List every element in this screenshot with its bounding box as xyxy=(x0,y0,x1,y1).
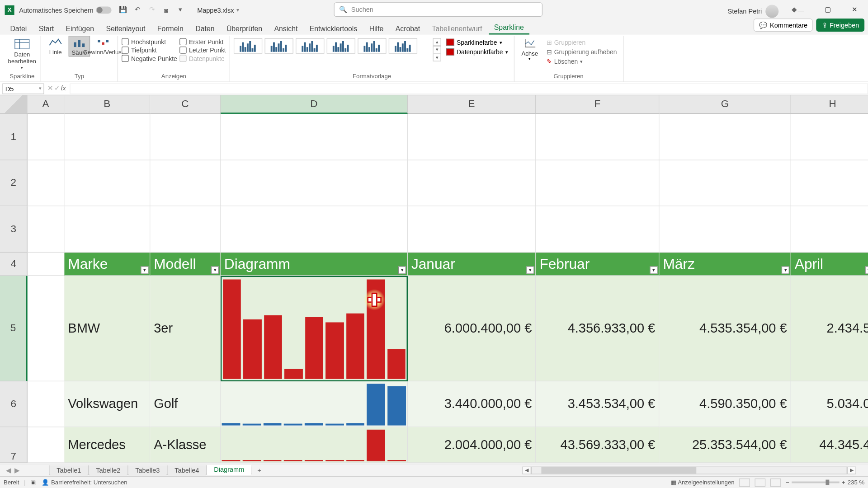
filter-button[interactable]: ▾ xyxy=(398,266,406,274)
cell[interactable]: 5.034.0 xyxy=(791,381,868,427)
cell[interactable] xyxy=(28,276,65,381)
tab-formeln[interactable]: Formeln xyxy=(152,23,189,34)
cell[interactable]: 43.569.333,00 € xyxy=(536,427,660,463)
cell[interactable]: Februar▾ xyxy=(536,253,660,276)
cell[interactable] xyxy=(536,160,660,206)
cell[interactable]: Volkswagen xyxy=(64,381,150,427)
accessibility-label[interactable]: Barrierefreiheit: Untersuchen xyxy=(51,479,127,486)
style-thumb[interactable] xyxy=(389,38,417,53)
cell[interactable] xyxy=(150,206,221,253)
cell[interactable]: 4.356.933,00 € xyxy=(536,276,660,381)
filter-button[interactable]: ▾ xyxy=(526,266,534,274)
filter-button[interactable]: ▾ xyxy=(211,266,219,274)
cell[interactable]: Marke▾ xyxy=(64,253,150,276)
cell[interactable]: BMW xyxy=(64,276,150,381)
chk-erster[interactable]: Erster Punkt xyxy=(179,38,226,45)
cell[interactable] xyxy=(150,160,221,206)
column-header[interactable]: F xyxy=(536,95,660,114)
tab-acrobat[interactable]: Acrobat xyxy=(390,23,425,34)
axis-button[interactable]: Achse▾ xyxy=(518,36,542,61)
cell[interactable]: 3er xyxy=(150,276,221,381)
gallery-more[interactable]: ▾ xyxy=(433,54,441,61)
cell[interactable] xyxy=(221,381,408,427)
filter-button[interactable]: ▾ xyxy=(650,266,657,274)
cell[interactable] xyxy=(536,114,660,160)
view-normal-button[interactable] xyxy=(739,478,750,486)
cell[interactable] xyxy=(659,114,791,160)
cancel-icon[interactable]: ✕ xyxy=(47,84,53,92)
filter-button[interactable]: ▾ xyxy=(141,266,148,274)
column-header[interactable]: G xyxy=(659,95,791,114)
chk-letzter[interactable]: Letzter Punkt xyxy=(179,47,226,54)
tab-ueberpruefen[interactable]: Überprüfen xyxy=(221,23,268,34)
user-account[interactable]: Stefan Petri xyxy=(727,5,778,18)
tab-ansicht[interactable]: Ansicht xyxy=(269,23,303,34)
chk-tiefpunkt[interactable]: Tiefpunkt xyxy=(122,47,177,54)
cell[interactable] xyxy=(408,160,536,206)
zoom-in-button[interactable]: + xyxy=(842,479,845,486)
cell[interactable]: 6.000.400,00 € xyxy=(408,276,536,381)
tab-datei[interactable]: Datei xyxy=(5,23,33,34)
cell[interactable]: Diagramm▾ xyxy=(221,253,408,276)
search-box[interactable]: 🔍 Suchen xyxy=(334,2,542,17)
cell[interactable] xyxy=(28,114,65,160)
row-header[interactable]: 2 xyxy=(0,160,28,206)
cell[interactable] xyxy=(536,206,660,253)
zoom-out-button[interactable]: − xyxy=(786,479,789,486)
cell[interactable]: 3.440.000,00 € xyxy=(408,381,536,427)
enter-icon[interactable]: ✓ xyxy=(54,84,60,92)
cell[interactable]: 4.535.354,00 € xyxy=(659,276,791,381)
tab-start[interactable]: Start xyxy=(33,23,59,34)
share-button[interactable]: ⇪Freigeben xyxy=(816,19,864,32)
row-header[interactable]: 7 xyxy=(0,427,28,463)
cell[interactable]: Modell▾ xyxy=(150,253,221,276)
cell[interactable]: 4.590.350,00 € xyxy=(659,381,791,427)
cell[interactable]: 2.434.5 xyxy=(791,276,868,381)
type-winloss-button[interactable]: Gewinn/Verlust xyxy=(92,36,113,56)
undo-icon[interactable]: ↶ xyxy=(133,5,142,14)
accessibility-icon[interactable]: 👤 xyxy=(42,479,49,486)
ungroup-button[interactable]: ⊟Gruppierung aufheben xyxy=(544,47,619,56)
save-icon[interactable]: 💾 xyxy=(118,5,128,14)
sheet-prev-icon[interactable]: ◀ xyxy=(6,466,11,474)
cell[interactable] xyxy=(659,206,791,253)
cell[interactable] xyxy=(791,160,868,206)
formula-input[interactable] xyxy=(70,83,868,94)
sheet-tab[interactable]: Tabelle2 xyxy=(88,465,128,475)
chk-hoechstpunkt[interactable]: Höchstpunkt xyxy=(122,38,177,45)
cell[interactable]: Mercedes xyxy=(64,427,150,463)
spreadsheet-grid[interactable]: ABCDEFGH 1234567 Marke▾Modell▾Diagramm▾J… xyxy=(0,95,868,464)
cell[interactable] xyxy=(659,160,791,206)
tab-daten[interactable]: Daten xyxy=(190,23,220,34)
horizontal-scrollbar[interactable]: ◀ ▶ xyxy=(522,466,856,475)
cell[interactable]: 2.004.000,00 € xyxy=(408,427,536,463)
view-break-button[interactable] xyxy=(770,478,781,486)
cell[interactable]: 25.353.544,00 € xyxy=(659,427,791,463)
cell[interactable]: Golf xyxy=(150,381,221,427)
add-sheet-button[interactable]: + xyxy=(251,465,267,475)
cell[interactable]: A-Klasse xyxy=(150,427,221,463)
tab-seitenlayout[interactable]: Seitenlayout xyxy=(101,23,151,34)
display-settings[interactable]: ▦ Anzeigeeinstellungen xyxy=(671,479,734,486)
style-thumb[interactable] xyxy=(358,38,386,53)
cell[interactable] xyxy=(791,206,868,253)
macro-icon[interactable]: ▣ xyxy=(30,479,36,486)
style-thumb[interactable] xyxy=(296,38,324,53)
column-header[interactable]: C xyxy=(150,95,221,114)
cell[interactable]: März▾ xyxy=(659,253,791,276)
style-thumb[interactable] xyxy=(327,38,355,53)
tab-sparkline[interactable]: Sparkline xyxy=(489,21,529,34)
cell[interactable]: 3.453.534,00 € xyxy=(536,381,660,427)
comments-button[interactable]: 💬Kommentare xyxy=(754,19,813,32)
minimize-button[interactable]: — xyxy=(788,0,814,20)
camera-icon[interactable]: ◙ xyxy=(161,5,171,14)
type-line-button[interactable]: Linie xyxy=(45,36,66,56)
edit-data-button[interactable]: Daten bearbeiten▾ xyxy=(7,36,37,70)
sheet-tab[interactable]: Tabelle1 xyxy=(49,465,89,475)
cell[interactable] xyxy=(64,206,150,253)
style-thumb[interactable] xyxy=(264,38,293,53)
sheet-tab[interactable]: Tabelle4 xyxy=(167,465,207,475)
cell[interactable] xyxy=(28,427,65,463)
cell[interactable]: April▾ xyxy=(791,253,868,276)
gallery-down[interactable]: ▾ xyxy=(433,46,441,54)
